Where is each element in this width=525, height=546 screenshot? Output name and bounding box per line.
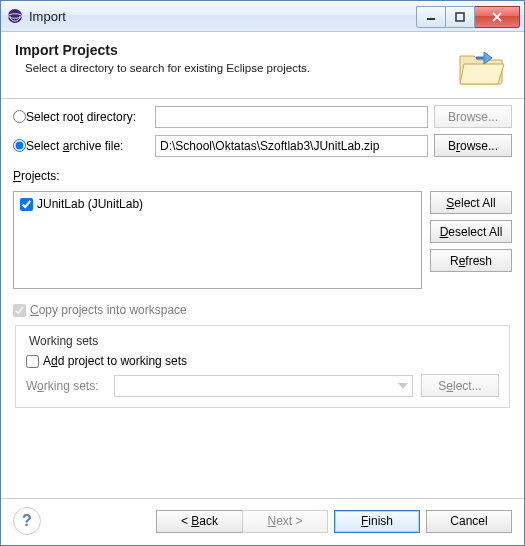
eclipse-icon — [7, 8, 23, 24]
page-title: Import Projects — [15, 42, 310, 58]
titlebar-title: Import — [29, 9, 416, 24]
select-all-button[interactable]: Select All — [430, 191, 512, 214]
archive-file-radio[interactable]: Select archive file: — [13, 139, 149, 153]
folder-import-icon — [454, 42, 510, 90]
help-button[interactable]: ? — [13, 507, 41, 535]
copy-projects-check: Copy projects into workspace — [13, 303, 512, 317]
working-sets-combo — [114, 375, 413, 397]
maximize-button[interactable] — [446, 6, 475, 28]
copy-projects-label: Copy projects into workspace — [30, 303, 187, 317]
projects-area: JUnitLab (JUnitLab) Select All Deselect … — [13, 191, 512, 289]
add-to-ws-checkbox[interactable] — [26, 355, 39, 368]
root-directory-radio[interactable]: Select root directory: — [13, 110, 149, 124]
archive-file-row: Select archive file: Browse... — [13, 134, 512, 157]
header-text: Import Projects Select a directory to se… — [15, 42, 310, 74]
archive-file-field[interactable] — [155, 135, 428, 157]
archive-file-radio-input[interactable] — [13, 139, 26, 152]
project-item[interactable]: JUnitLab (JUnitLab) — [20, 197, 143, 211]
root-directory-radio-input[interactable] — [13, 110, 26, 123]
deselect-all-button[interactable]: Deselect All — [430, 220, 512, 243]
page-subtitle: Select a directory to search for existin… — [25, 62, 310, 74]
archive-file-label: Select archive file: — [26, 139, 123, 153]
dialog-body: Select root directory: Browse... Select … — [1, 99, 524, 498]
projects-list[interactable]: JUnitLab (JUnitLab) — [13, 191, 422, 289]
project-item-checkbox[interactable] — [20, 198, 33, 211]
svg-rect-3 — [456, 13, 464, 21]
working-sets-title: Working sets — [26, 334, 101, 348]
titlebar: Import — [1, 1, 524, 32]
wizard-buttons: < Back Next > Finish Cancel — [41, 510, 512, 533]
cancel-button[interactable]: Cancel — [426, 510, 512, 533]
dialog-header: Import Projects Select a directory to se… — [1, 32, 524, 99]
add-to-ws-label: Add project to working sets — [43, 354, 187, 368]
copy-projects-checkbox — [13, 304, 26, 317]
working-sets-row: Working sets: Select... — [26, 374, 499, 397]
root-directory-field — [155, 106, 428, 128]
chevron-down-icon — [398, 383, 408, 389]
root-browse-button: Browse... — [434, 105, 512, 128]
projects-side-buttons: Select All Deselect All Refresh — [430, 191, 512, 289]
add-to-ws-check[interactable]: Add project to working sets — [26, 354, 499, 368]
window-controls — [416, 6, 520, 26]
close-button[interactable] — [475, 6, 520, 28]
minimize-button[interactable] — [416, 6, 446, 28]
refresh-button[interactable]: Refresh — [430, 249, 512, 272]
archive-browse-button[interactable]: Browse... — [434, 134, 512, 157]
working-sets-group: Working sets Add project to working sets… — [15, 325, 510, 408]
finish-button[interactable]: Finish — [334, 510, 420, 533]
working-sets-field-label: Working sets: — [26, 379, 106, 393]
dialog-footer: ? < Back Next > Finish Cancel — [1, 498, 524, 545]
import-dialog: Import Import Projects Select a director… — [0, 0, 525, 546]
projects-label: Projects: — [13, 169, 60, 183]
project-item-label: JUnitLab (JUnitLab) — [37, 197, 143, 211]
next-button: Next > — [242, 510, 328, 533]
root-directory-row: Select root directory: Browse... — [13, 105, 512, 128]
back-button[interactable]: < Back — [156, 510, 242, 533]
working-sets-select-button: Select... — [421, 374, 499, 397]
root-directory-label: Select root directory: — [26, 110, 136, 124]
